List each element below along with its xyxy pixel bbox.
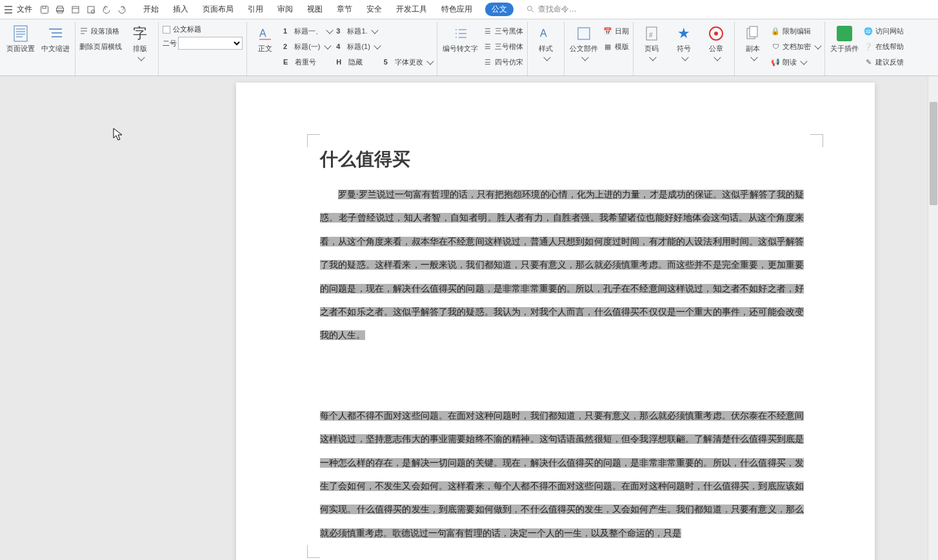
svg-point-16 — [714, 32, 718, 35]
print-preview-icon[interactable] — [70, 4, 81, 15]
command-search[interactable]: 查找命令… — [526, 4, 577, 15]
menu-icon[interactable] — [4, 5, 13, 14]
ribbon: 页面设置 中文缩进 段落顶格 删除页眉横线 字 排版 公文标题 — [0, 19, 938, 76]
margin-corner-icon — [307, 545, 320, 558]
chev-icon — [371, 26, 378, 34]
chevron-down-icon — [681, 54, 688, 61]
font-change-button[interactable]: 5 字体更改 — [384, 55, 433, 68]
heading3-button[interactable]: 3 标题1. — [336, 25, 380, 37]
chev-icon — [426, 57, 434, 65]
template-label: 模版 — [615, 42, 629, 52]
cn-indent-button[interactable]: 中文缩进 — [40, 23, 71, 55]
online-help-button[interactable]: ❔在线帮助 — [864, 40, 904, 53]
document-title: 什么值得买 — [320, 147, 804, 172]
tab-special-apps[interactable]: 特色应用 — [440, 1, 474, 17]
bullet-button[interactable]: E 着重号 — [283, 55, 332, 68]
feedback-button[interactable]: ✎建议反馈 — [864, 55, 904, 68]
tab-insert[interactable]: 插入 — [172, 1, 190, 17]
chevron-down-icon — [543, 54, 550, 61]
tab-start[interactable]: 开始 — [142, 1, 160, 17]
tab-security[interactable]: 安全 — [365, 1, 383, 17]
feedback-label: 建议反馈 — [875, 57, 904, 67]
swatch-icon — [163, 26, 170, 34]
hn2: 2 — [283, 43, 287, 50]
chev-icon — [374, 42, 381, 49]
svg-text:A: A — [259, 28, 266, 39]
visit-site-label: 访问网站 — [875, 26, 904, 36]
restrict-edit-button[interactable]: 🔒限制编辑 — [771, 25, 821, 37]
layout-button[interactable]: 字 排版 — [126, 23, 154, 63]
tab-page-layout[interactable]: 页面布局 — [201, 1, 235, 17]
undo-icon[interactable] — [101, 4, 112, 15]
tab-references[interactable]: 引用 — [246, 1, 264, 17]
redo-icon[interactable] — [116, 4, 128, 15]
num-to-text-button[interactable]: 编号转文字 — [441, 23, 479, 55]
hn3: 3 — [336, 27, 340, 35]
vertical-scrollbar[interactable] — [928, 76, 938, 560]
chevron-down-icon — [750, 54, 757, 61]
doc-title-label[interactable]: 公文标题 — [173, 25, 201, 34]
chevron-down-icon — [649, 54, 656, 61]
stamp-icon — [707, 25, 725, 43]
font-size-select[interactable] — [178, 37, 243, 50]
chev-icon — [324, 42, 331, 49]
hide-button[interactable]: H 隐藏 — [336, 55, 380, 68]
stamp-button[interactable]: 公章 — [702, 23, 730, 63]
star-icon: ★ — [675, 25, 693, 43]
margin-corner-icon — [810, 134, 823, 147]
date-button[interactable]: 📅日期 — [603, 25, 629, 37]
page-number-button[interactable]: # 页码 — [637, 23, 666, 63]
body-text-button[interactable]: A 正文 — [251, 23, 279, 55]
styles-button[interactable]: A 样式 — [532, 23, 560, 63]
align-top-icon — [79, 26, 88, 35]
tab-section[interactable]: 章节 — [335, 1, 354, 17]
heading4-button[interactable]: 4 标题(1) — [336, 40, 380, 53]
san-hei-button[interactable]: ☰三号黑体 — [483, 25, 523, 37]
font-change-label: 字体更改 — [395, 57, 423, 67]
si-fang-button[interactable]: ☰四号仿宋 — [483, 55, 523, 68]
para-top-button[interactable]: 段落顶格 — [79, 25, 122, 37]
scrollbar-thumb[interactable] — [930, 102, 937, 205]
del-header-line-label: 删除页眉横线 — [79, 42, 122, 52]
save-icon[interactable] — [39, 4, 50, 15]
template-button[interactable]: ▦模版 — [603, 40, 629, 53]
body-text-label: 正文 — [258, 44, 272, 54]
heading1-label: 标题一、 — [294, 26, 323, 36]
components-button[interactable]: 公文部件 — [568, 23, 599, 63]
document-page[interactable]: 什么值得买 罗曼·罗兰说过一句富有哲理的话，只有把抱怨环境的心情，化为上进的力量… — [236, 83, 875, 560]
heading2-button[interactable]: 2 标题(一) — [283, 40, 332, 53]
del-header-line-button[interactable]: 删除页眉横线 — [79, 40, 122, 53]
template-icon: ▦ — [603, 42, 612, 51]
chevron-down-icon — [137, 54, 145, 61]
group-body: A 正文 1 标题一、 2 标题(一) E 着重号 3 标题1. 4 标题(1)… — [250, 22, 437, 75]
symbol-button[interactable]: ★ 符号 — [670, 23, 698, 63]
hn5: 5 — [384, 58, 388, 66]
svg-rect-0 — [41, 6, 48, 13]
print-direct-icon[interactable] — [85, 4, 97, 15]
print-quick-icon[interactable] — [54, 4, 66, 15]
heading1-button[interactable]: 1 标题一、 — [283, 25, 332, 37]
globe-icon: 🌐 — [864, 26, 873, 35]
tab-view[interactable]: 视图 — [306, 1, 324, 17]
help-icon: ❔ — [864, 42, 873, 51]
svg-rect-5 — [72, 6, 79, 13]
svg-rect-6 — [88, 6, 94, 13]
visit-site-button[interactable]: 🌐访问网站 — [864, 25, 904, 37]
tab-gongwen[interactable]: 公文 — [485, 3, 514, 16]
page-setup-label: 页面设置 — [6, 44, 35, 54]
document-workspace: 什么值得买 罗曼·罗兰说过一句富有哲理的话，只有把抱怨环境的心情，化为上进的力量… — [0, 76, 938, 560]
quick-access-toolbar — [39, 4, 128, 15]
restrict-edit-label: 限制编辑 — [783, 26, 811, 36]
copy-button[interactable]: 副本 — [739, 23, 767, 63]
group-font-size: 公文标题 二号 — [161, 22, 247, 75]
read-aloud-button[interactable]: 📢朗读 — [771, 55, 821, 68]
tab-review[interactable]: 审阅 — [276, 1, 294, 17]
about-plugin-button[interactable]: 关于插件 — [829, 23, 860, 55]
page-setup-button[interactable]: 页面设置 — [5, 23, 36, 55]
ribbon-tabs: 开始 插入 页面布局 引用 审阅 视图 章节 安全 开发工具 特色应用 公文 — [142, 1, 514, 17]
san-kai-button[interactable]: ☰三号楷体 — [483, 40, 523, 53]
encrypt-button[interactable]: 🛡文档加密 — [771, 40, 821, 53]
chevron-down-icon — [713, 54, 721, 61]
tab-dev-tools[interactable]: 开发工具 — [395, 1, 428, 17]
file-menu[interactable]: 文件 — [17, 4, 32, 15]
